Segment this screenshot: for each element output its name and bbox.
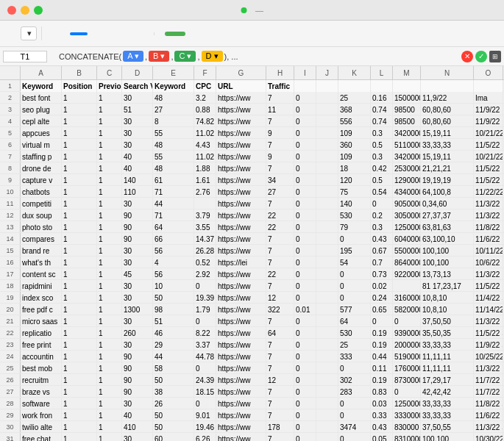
cell-C17[interactable]: 1 bbox=[97, 268, 122, 280]
cell-L23[interactable]: 0.19 bbox=[371, 339, 393, 351]
cell-M19[interactable]: 3160000 bbox=[393, 292, 421, 304]
cell-B6[interactable]: 1 bbox=[62, 139, 97, 151]
cell-K16[interactable]: 54 bbox=[338, 257, 371, 268]
cell-B27[interactable]: 1 bbox=[62, 386, 97, 398]
cell-N17[interactable]: 13,73,13 bbox=[421, 268, 474, 280]
cell-B3[interactable]: 1 bbox=[62, 104, 97, 115]
cell-I31[interactable]: 0 bbox=[294, 433, 316, 441]
cell-L31[interactable]: 0.05 bbox=[371, 433, 393, 441]
cell-I25[interactable]: 0 bbox=[294, 362, 316, 374]
cell-K3[interactable]: 368 bbox=[338, 104, 371, 115]
cell-L27[interactable]: 0.83 bbox=[371, 386, 393, 398]
col-header-k[interactable]: K bbox=[338, 66, 371, 79]
cell-B9[interactable]: 1 bbox=[62, 174, 97, 186]
cell-D31[interactable]: 30 bbox=[122, 433, 153, 441]
cell-G3[interactable]: https://ww bbox=[216, 104, 266, 115]
cell-I21[interactable]: 0 bbox=[294, 315, 316, 327]
cell-O6[interactable]: 11/5/22 bbox=[474, 139, 503, 151]
cell-H20[interactable]: 322 bbox=[266, 304, 294, 315]
cell-K28[interactable]: 0 bbox=[338, 398, 371, 409]
shape-button[interactable] bbox=[120, 32, 129, 35]
formula-expand-button[interactable]: ⊞ bbox=[489, 51, 501, 62]
cell-I11[interactable]: 0 bbox=[294, 198, 316, 209]
cell-D3[interactable]: 51 bbox=[122, 104, 153, 115]
cell-l1[interactable] bbox=[371, 80, 393, 92]
cell-I20[interactable]: 0.01 bbox=[294, 304, 316, 315]
cell-E2[interactable]: 48 bbox=[153, 92, 194, 104]
cell-D26[interactable]: 90 bbox=[122, 374, 153, 386]
cell-F16[interactable]: 0.52 bbox=[194, 257, 216, 268]
cell-G8[interactable]: https://ww bbox=[216, 162, 266, 174]
cell-E8[interactable]: 48 bbox=[153, 162, 194, 174]
cell-N23[interactable]: 33,33,33 bbox=[421, 339, 474, 351]
cell-J22[interactable] bbox=[316, 327, 338, 339]
cell-O22[interactable]: 11/5/22 Site bbox=[474, 327, 503, 339]
cell-E27[interactable]: 38 bbox=[153, 386, 194, 398]
cell-H19[interactable]: 12 bbox=[266, 292, 294, 304]
cell-M10[interactable]: 4340000 bbox=[393, 186, 421, 198]
cell-B25[interactable]: 1 bbox=[62, 362, 97, 374]
cell-H8[interactable]: 7 bbox=[266, 162, 294, 174]
cell-H24[interactable]: 7 bbox=[266, 351, 294, 362]
cell-G10[interactable]: https://ww bbox=[216, 186, 266, 198]
formula-input[interactable]: CONCATENATE( A ▾ , B ▾ , C ▾ , D ▾ ), ..… bbox=[59, 51, 458, 62]
cell-A27[interactable]: braze vs bbox=[21, 386, 62, 398]
cell-n1[interactable] bbox=[421, 80, 474, 92]
cell-I17[interactable]: 0 bbox=[294, 268, 316, 280]
cell-N24[interactable]: 11,11,11 bbox=[421, 351, 474, 362]
cell-g1[interactable]: URL bbox=[216, 80, 266, 92]
cell-G7[interactable]: https://ww bbox=[216, 151, 266, 162]
cell-B31[interactable]: 1 bbox=[62, 433, 97, 441]
cell-L24[interactable]: 0.44 bbox=[371, 351, 393, 362]
cell-K2[interactable]: 25 bbox=[338, 92, 371, 104]
cell-K5[interactable]: 109 bbox=[338, 127, 371, 139]
cell-H18[interactable]: 7 bbox=[266, 280, 294, 292]
col-header-m[interactable]: M bbox=[393, 66, 421, 79]
cell-I22[interactable]: 0 bbox=[294, 327, 316, 339]
cell-H17[interactable]: 22 bbox=[266, 268, 294, 280]
cell-J6[interactable] bbox=[316, 139, 338, 151]
cell-E18[interactable]: 10 bbox=[153, 280, 194, 292]
cell-N30[interactable]: 37,50,55 bbox=[421, 421, 474, 433]
cell-I19[interactable]: 0 bbox=[294, 292, 316, 304]
cell-reference[interactable] bbox=[3, 51, 47, 62]
cell-D28[interactable]: 30 bbox=[122, 398, 153, 409]
cell-H26[interactable]: 12 bbox=[266, 374, 294, 386]
cell-O10[interactable]: 11/22/22 Site bbox=[474, 186, 503, 198]
cell-K26[interactable]: 302 bbox=[338, 374, 371, 386]
chip-c[interactable]: C ▾ bbox=[174, 51, 196, 62]
formula-cancel-button[interactable]: ✕ bbox=[461, 51, 473, 62]
cell-O17[interactable]: 11/3/22 Ima bbox=[474, 268, 503, 280]
cell-B29[interactable]: 1 bbox=[62, 409, 97, 421]
cell-F30[interactable]: 19.46 bbox=[194, 421, 216, 433]
cell-D24[interactable]: 90 bbox=[122, 351, 153, 362]
maximize-button[interactable] bbox=[34, 6, 43, 15]
cell-B17[interactable]: 1 bbox=[62, 268, 97, 280]
cell-F5[interactable]: 11.02 bbox=[194, 127, 216, 139]
cell-C5[interactable]: 1 bbox=[97, 127, 122, 139]
cell-G15[interactable]: https://ww bbox=[216, 245, 266, 257]
cell-M18[interactable] bbox=[393, 280, 421, 292]
cell-O19[interactable]: 11/4/22 Site bbox=[474, 292, 503, 304]
cell-h1[interactable]: Traffic bbox=[266, 80, 294, 92]
cell-L21[interactable]: 0 bbox=[371, 315, 393, 327]
cell-H10[interactable]: 27 bbox=[266, 186, 294, 198]
cell-D4[interactable]: 30 bbox=[122, 115, 153, 127]
cell-L20[interactable]: 0.65 bbox=[371, 304, 393, 315]
cell-C15[interactable]: 1 bbox=[97, 245, 122, 257]
cell-D6[interactable]: 30 bbox=[122, 139, 153, 151]
cell-F8[interactable]: 1.88 bbox=[194, 162, 216, 174]
cell-N11[interactable]: 0,34,60 bbox=[421, 198, 474, 209]
cell-j1[interactable] bbox=[316, 80, 338, 92]
cell-G17[interactable]: https://ww bbox=[216, 268, 266, 280]
cell-I13[interactable]: 0 bbox=[294, 221, 316, 233]
cell-K14[interactable]: 0 bbox=[338, 233, 371, 245]
cell-L22[interactable]: 0.19 bbox=[371, 327, 393, 339]
cell-C23[interactable]: 1 bbox=[97, 339, 122, 351]
cell-B15[interactable]: 1 bbox=[62, 245, 97, 257]
cell-K9[interactable]: 120 bbox=[338, 174, 371, 186]
cell-B4[interactable]: 1 bbox=[62, 115, 97, 127]
cell-E11[interactable]: 44 bbox=[153, 198, 194, 209]
cell-F20[interactable]: 1.79 bbox=[194, 304, 216, 315]
cell-H27[interactable]: 7 bbox=[266, 386, 294, 398]
